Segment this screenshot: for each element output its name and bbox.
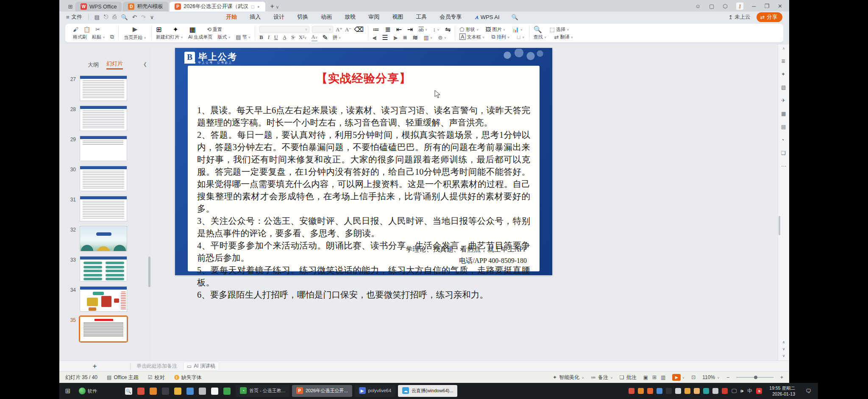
slide-thumbnail-29[interactable]: 29	[59, 136, 151, 161]
comment-icon[interactable]: ❏	[781, 150, 786, 156]
tray-orange[interactable]	[638, 388, 644, 394]
tab-outline[interactable]: 大纲	[88, 61, 99, 69]
ribbon-tab-动画[interactable]: 动画	[320, 12, 333, 22]
slideshow-button[interactable]: ▶∨	[672, 374, 684, 381]
preview-icon[interactable]: ◔	[781, 137, 786, 143]
tray-teal[interactable]	[703, 388, 709, 394]
play-from-current-icon[interactable]: ▶	[133, 25, 138, 33]
cut-icon[interactable]: ✂	[95, 26, 100, 33]
play-from-current-button[interactable]: 当页开始∨	[124, 34, 146, 41]
canvas-scrollbar[interactable]	[779, 216, 780, 235]
layout-icon[interactable]: ▦	[189, 25, 196, 33]
ribbon-tab-切换[interactable]: 切换	[296, 12, 309, 22]
paragraph-settings-icon[interactable]: ⊜∨	[438, 34, 447, 41]
align-justify-icon[interactable]: ≡	[403, 34, 407, 42]
format-painter-button[interactable]: 格式刷	[73, 34, 87, 40]
copy-icon[interactable]: ⧉	[110, 33, 114, 40]
close-button[interactable]: ✕	[778, 3, 782, 9]
sogou-icon[interactable]: S	[756, 388, 762, 394]
ribbon-tab-wps-ai[interactable]: ⋏WPS AI	[473, 12, 500, 22]
chart-button[interactable]: 📊∨	[512, 26, 523, 33]
align-center-icon[interactable]: ☰	[382, 33, 388, 42]
ribbon-search-icon[interactable]: 🔍	[512, 14, 518, 20]
increase-indent-icon[interactable]: ⇥	[407, 25, 413, 33]
text-direction-icon[interactable]: ⇋	[445, 25, 451, 33]
workspace-icon[interactable]: ⬡	[723, 3, 727, 9]
slide-thumbnail-30[interactable]: 30	[59, 166, 151, 191]
theme-button[interactable]: ▤Office 主题	[107, 374, 139, 381]
ai-generate-icon[interactable]: ✦	[172, 25, 178, 33]
print-icon[interactable]: ⎙	[112, 14, 117, 20]
superscript-button[interactable]: X²∨	[299, 34, 307, 41]
normal-view-icon[interactable]: ▣	[643, 374, 648, 380]
taskbar-window-button[interactable]: P2026年公选王公开...	[292, 385, 352, 397]
sorter-view-icon[interactable]: ⊞	[652, 374, 657, 380]
chrome-taskbar-icon[interactable]	[223, 388, 231, 395]
doc-taskbar-icon[interactable]	[211, 388, 218, 395]
new-tab-button[interactable]: +	[270, 3, 274, 10]
ribbon-tab-开始[interactable]: 开始	[225, 12, 238, 22]
paste-button[interactable]: 粘贴∨	[92, 34, 105, 40]
notes-placeholder[interactable]: 单击此处添加备注	[136, 363, 177, 370]
thumbnail-preview[interactable]	[80, 166, 127, 191]
collapse-panel-chevron-icon[interactable]: ❮	[143, 61, 147, 67]
font-name-combo[interactable]: ∨	[259, 26, 309, 33]
bold-button[interactable]: B	[259, 34, 263, 41]
line-spacing-icon[interactable]: ↕∨	[433, 26, 440, 33]
slide-thumbnail-33[interactable]: 33	[59, 256, 151, 282]
char-spacing-button[interactable]: A̲	[283, 34, 287, 41]
section-button[interactable]: ▤节∨	[236, 34, 250, 40]
align-left-icon[interactable]: ⫷	[373, 34, 376, 42]
find-button[interactable]: 查找∨	[534, 34, 547, 40]
thumbnail-preview[interactable]	[80, 136, 127, 161]
document-tab[interactable]: D稻壳AI模板	[123, 2, 168, 11]
new-slide-icon[interactable]: ⊞	[156, 25, 161, 33]
strikethrough-button[interactable]: S̶	[291, 34, 294, 41]
next-slide-icon[interactable]: ∨	[782, 347, 785, 351]
thumbnail-preview[interactable]	[80, 316, 127, 342]
palette-icon[interactable]: ▧	[781, 84, 786, 90]
numbering-icon[interactable]: ≣	[385, 25, 390, 33]
layout-button[interactable]: 版式∨	[217, 34, 231, 40]
zoom-slider[interactable]	[736, 377, 773, 378]
font-color-button[interactable]: A∨	[312, 34, 318, 42]
animation-icon[interactable]: ✈	[781, 98, 786, 103]
slide-thumbnail-28[interactable]: 28	[59, 106, 151, 131]
taskbar-window-button[interactable]: ◔首页 - 公选王教...	[236, 385, 289, 397]
ai-generate-button[interactable]: AI 生成单页	[188, 34, 212, 40]
reading-view-icon[interactable]: ▥	[661, 374, 665, 380]
shapes-button[interactable]: ⬠形状∨	[459, 26, 479, 33]
clock[interactable]: 19:55 星期二 2026-01-13	[769, 385, 795, 397]
ribbon-tab-会员专享[interactable]: 会员专享	[439, 12, 462, 22]
slide-thumbnail-35[interactable]: 35	[59, 316, 151, 342]
reset-button[interactable]: ⟲重置	[207, 26, 222, 33]
lock-icon[interactable]: ⚷	[736, 3, 744, 10]
save-icon[interactable]: ▤	[95, 14, 100, 20]
tray-flame[interactable]	[684, 388, 690, 394]
pinned-app[interactable]: 软件	[79, 388, 97, 394]
scroll-up-icon[interactable]: ∧	[782, 46, 785, 50]
slide-thumbnail-32[interactable]: 32	[59, 226, 151, 251]
tray-color[interactable]	[657, 388, 662, 394]
pinyin-button[interactable]: 拼∨	[333, 34, 341, 41]
material-icon[interactable]: ▦	[781, 111, 786, 117]
tray-dark[interactable]	[666, 388, 672, 394]
restore-button[interactable]: ❐	[764, 3, 769, 9]
columns-icon[interactable]: ▥∨	[423, 34, 432, 41]
paste-icon[interactable]: 📋	[83, 26, 90, 33]
slide-thumbnail-34[interactable]: 34	[59, 286, 151, 312]
zoom-level[interactable]: 110%∨	[702, 374, 720, 380]
proofread-button[interactable]: ☑校对	[148, 374, 165, 381]
ribbon-tab-设计[interactable]: 设计	[273, 12, 285, 22]
search-tool-icon[interactable]: 🔍	[534, 25, 542, 33]
comments-button[interactable]: ❏批注	[620, 374, 637, 381]
missing-fonts-warning[interactable]: !缺失字体	[174, 374, 202, 381]
add-slide-button[interactable]: +	[59, 362, 130, 371]
more-icon[interactable]: ⋯	[781, 163, 786, 169]
align-right-icon[interactable]: ⫸	[394, 34, 398, 42]
ime-indicator[interactable]: 中	[747, 388, 752, 395]
bullets-icon[interactable]: ≔	[373, 25, 379, 33]
ribbon-tab-视图[interactable]: 视图	[391, 12, 404, 22]
tab-slides[interactable]: 幻灯片	[106, 60, 123, 70]
folder-taskbar-icon[interactable]	[174, 388, 181, 395]
